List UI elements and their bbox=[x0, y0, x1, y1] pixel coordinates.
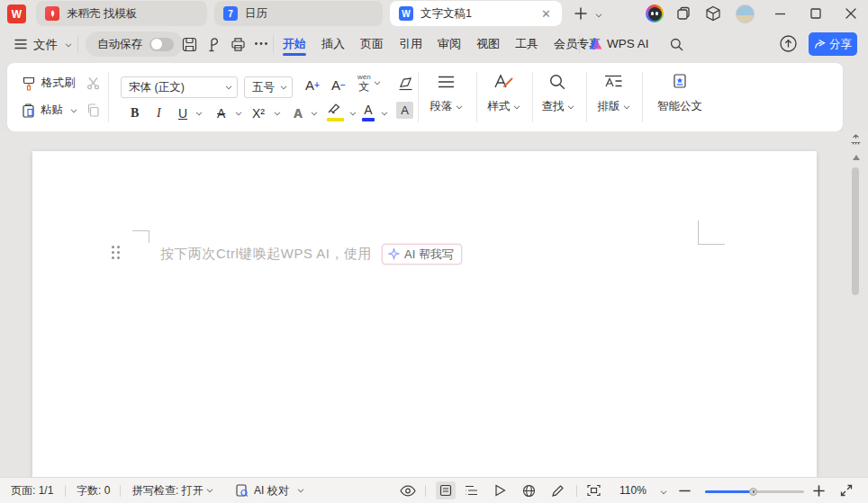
minimize-button[interactable] bbox=[766, 0, 793, 27]
underline-button[interactable]: U bbox=[178, 103, 187, 121]
phonetic-guide-button[interactable]: wén 文 bbox=[357, 74, 380, 92]
font-color-chevron-icon[interactable] bbox=[382, 110, 388, 116]
workspace-cube-icon[interactable] bbox=[700, 0, 727, 27]
tab-docer-templates[interactable]: 来稻壳 找模板 bbox=[36, 1, 207, 26]
typeset-chevron-icon bbox=[623, 103, 629, 109]
font-color-button[interactable]: A bbox=[362, 103, 375, 119]
font-name-select[interactable]: 宋体 (正文) bbox=[121, 76, 238, 98]
tab-references[interactable]: 引用 bbox=[398, 28, 423, 60]
tab-page[interactable]: 页面 bbox=[359, 28, 384, 60]
find-group-button[interactable]: 查找 bbox=[532, 70, 583, 124]
word-count[interactable]: 字数: 0 bbox=[77, 478, 110, 503]
autosave-toggle[interactable] bbox=[149, 38, 174, 51]
eye-protection-icon[interactable] bbox=[400, 478, 416, 503]
zoom-slider-handle[interactable] bbox=[749, 488, 757, 496]
strikethrough-button[interactable]: A bbox=[217, 103, 225, 121]
wps-ai-logo-icon[interactable] bbox=[589, 38, 602, 49]
ai-proofread-button[interactable]: AI 校对 bbox=[236, 478, 303, 503]
grow-font-button[interactable]: A+ bbox=[305, 77, 320, 93]
file-menu-chevron-icon[interactable] bbox=[66, 41, 72, 48]
tab-close-icon[interactable]: ✕ bbox=[539, 7, 553, 21]
smart-official-doc-button[interactable]: 智能公文 bbox=[639, 70, 720, 124]
maximize-button[interactable] bbox=[802, 0, 829, 27]
ruler-toggle-icon[interactable] bbox=[850, 134, 862, 146]
tab-view[interactable]: 视图 bbox=[475, 28, 501, 60]
typeset-group-button[interactable]: 排版 bbox=[588, 70, 638, 124]
highlight-color-button[interactable] bbox=[327, 103, 344, 119]
more-commands-icon[interactable] bbox=[254, 41, 268, 46]
tab-calendar[interactable]: 7 日历 bbox=[214, 1, 383, 26]
ai-help-write-button[interactable]: AI 帮我写 bbox=[382, 244, 462, 265]
fit-page-icon[interactable] bbox=[840, 478, 853, 503]
superscript-chevron-icon[interactable] bbox=[275, 110, 281, 116]
font-name-value: 宋体 (正文) bbox=[129, 80, 185, 95]
smart-doc-icon bbox=[672, 70, 688, 94]
close-window-button[interactable] bbox=[837, 0, 864, 27]
block-drag-handle[interactable] bbox=[112, 246, 120, 259]
smart-doc-label: 智能公文 bbox=[657, 99, 702, 114]
search-icon[interactable] bbox=[670, 38, 683, 51]
ai-placeholder-text: 按下两次Ctrl键唤起WPS AI，使用 bbox=[160, 246, 372, 263]
shrink-font-button[interactable]: A− bbox=[331, 77, 346, 93]
outline-view-icon[interactable] bbox=[465, 478, 478, 503]
save-button[interactable] bbox=[182, 37, 197, 52]
hamburger-icon[interactable] bbox=[14, 39, 27, 49]
zoom-chevron-icon[interactable] bbox=[661, 489, 667, 495]
highlight-chevron-icon[interactable] bbox=[350, 110, 357, 116]
zoom-level[interactable]: 110% bbox=[619, 478, 646, 503]
document-page[interactable] bbox=[32, 151, 817, 478]
zoom-slider[interactable] bbox=[705, 490, 804, 493]
phonetic-chevron-icon[interactable] bbox=[374, 79, 380, 85]
scroll-up-arrow[interactable] bbox=[853, 155, 860, 160]
vertical-scrollbar[interactable] bbox=[852, 167, 859, 295]
styles-group-button[interactable]: 样式 bbox=[478, 70, 529, 124]
web-view-globe-icon[interactable] bbox=[522, 478, 536, 503]
font-size-select[interactable]: 五号 bbox=[244, 76, 293, 98]
tab-home[interactable]: 开始 bbox=[282, 28, 307, 60]
autosave-label: 自动保存 bbox=[97, 37, 142, 52]
export-pdf-icon[interactable] bbox=[206, 37, 222, 52]
share-button[interactable]: 分享 bbox=[809, 32, 857, 56]
tab-list-chevron-icon[interactable] bbox=[596, 12, 602, 18]
italic-button[interactable]: I bbox=[157, 103, 161, 121]
play-slideshow-icon[interactable] bbox=[494, 478, 506, 503]
upload-cloud-icon[interactable] bbox=[779, 34, 798, 53]
writer-doc-icon: W bbox=[399, 6, 413, 21]
format-painter-label: 格式刷 bbox=[41, 76, 76, 91]
tab-tools[interactable]: 工具 bbox=[514, 28, 539, 60]
underline-chevron-icon[interactable] bbox=[196, 110, 203, 116]
tab-review[interactable]: 审阅 bbox=[437, 28, 462, 60]
clear-format-eraser-icon[interactable] bbox=[398, 77, 413, 91]
status-bar: 页面: 1/1 字数: 0 拼写检查: 打开 AI 校对 bbox=[0, 477, 868, 503]
page-view-button[interactable] bbox=[436, 481, 456, 499]
zoom-in-button[interactable] bbox=[813, 478, 825, 503]
fullscreen-icon[interactable] bbox=[587, 478, 601, 503]
file-menu[interactable]: 文件 bbox=[33, 37, 58, 53]
tab-document-active[interactable]: W 文字文稿1 ✕ bbox=[390, 1, 562, 26]
paste-button[interactable]: 粘贴 bbox=[22, 103, 77, 118]
text-effects-chevron-icon[interactable] bbox=[312, 110, 318, 116]
user-avatar[interactable] bbox=[731, 0, 758, 27]
superscript-button[interactable]: X² bbox=[252, 103, 265, 121]
text-effects-button[interactable]: A bbox=[294, 103, 303, 121]
windows-stack-icon[interactable] bbox=[670, 0, 697, 27]
print-button[interactable] bbox=[231, 37, 246, 52]
wps-logo-icon[interactable]: W bbox=[7, 4, 26, 23]
spellcheck-status[interactable]: 拼写检查: 打开 bbox=[132, 478, 212, 503]
ink-pen-icon[interactable] bbox=[551, 478, 565, 503]
cut-icon[interactable] bbox=[86, 76, 100, 90]
tab-insert[interactable]: 插入 bbox=[321, 28, 346, 60]
zoom-out-button[interactable] bbox=[679, 478, 691, 503]
page-count: 页面: 1/1 bbox=[11, 478, 53, 503]
format-painter-button[interactable]: 格式刷 bbox=[22, 76, 76, 91]
paragraph-group-button[interactable]: 段落 bbox=[420, 70, 471, 124]
char-shading-button[interactable]: A bbox=[396, 102, 413, 119]
paste-chevron-icon[interactable] bbox=[71, 106, 77, 112]
wps-ai-menu[interactable]: WPS AI bbox=[607, 37, 649, 50]
strikethrough-chevron-icon[interactable] bbox=[236, 110, 242, 116]
autosave-control[interactable]: 自动保存 bbox=[86, 31, 183, 57]
new-tab-button[interactable] bbox=[567, 0, 594, 27]
ai-assistant-icon[interactable] bbox=[641, 0, 668, 27]
copy-icon[interactable] bbox=[86, 103, 100, 117]
bold-button[interactable]: B bbox=[131, 103, 139, 121]
